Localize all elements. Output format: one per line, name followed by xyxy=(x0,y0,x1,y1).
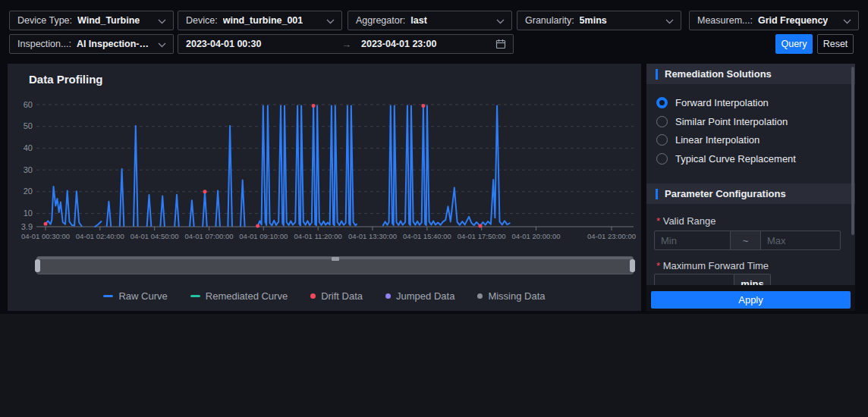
valid-range-max-input[interactable] xyxy=(761,230,841,250)
chevron-down-icon xyxy=(158,19,166,24)
legend-label: Missing Data xyxy=(488,290,545,302)
calendar-icon[interactable] xyxy=(495,39,506,49)
svg-text:04-01 15:40:00: 04-01 15:40:00 xyxy=(403,232,451,240)
legend-marker-icon xyxy=(310,293,316,299)
valid-range-inputs: ~ xyxy=(654,230,841,250)
remediation-solutions-group: Forward InterpolationSimilar Point Inter… xyxy=(656,97,796,171)
svg-text:04-01 04:50:00: 04-01 04:50:00 xyxy=(131,232,179,240)
svg-text:20: 20 xyxy=(24,187,33,196)
measurement-label: Measurem...: xyxy=(697,15,753,26)
svg-text:3.9: 3.9 xyxy=(21,222,33,231)
inspection-label: Inspection...: xyxy=(17,39,71,49)
config-panel-footer: Apply xyxy=(646,285,855,311)
datazoom-left-handle[interactable] xyxy=(35,259,40,272)
legend-marker-icon xyxy=(477,293,483,299)
granularity-value: 5mins xyxy=(580,15,607,26)
inspection-select[interactable]: Inspection...: AI Inspection-Cooli... xyxy=(9,34,174,54)
svg-text:60: 60 xyxy=(24,100,33,109)
remediation-solutions-title: Remediation Solutions xyxy=(665,68,772,80)
parameter-configurations-title: Parameter Configurations xyxy=(665,188,786,199)
radio-option-forward-interpolation[interactable]: Forward Interpolation xyxy=(656,97,796,108)
radio-option-label: Forward Interpolation xyxy=(675,97,769,108)
svg-text:40: 40 xyxy=(24,143,33,152)
panel-scrollbar[interactable] xyxy=(851,67,854,235)
reset-button[interactable]: Reset xyxy=(817,34,854,54)
measurement-select[interactable]: Measurem...: Grid Frequency xyxy=(689,11,859,30)
section-accent-bar xyxy=(656,69,658,80)
svg-text:04-01 17:50:00: 04-01 17:50:00 xyxy=(458,232,506,240)
valid-range-min-input[interactable] xyxy=(654,230,731,250)
device-value: wind_turbine_001 xyxy=(223,15,303,26)
granularity-label: Granularity: xyxy=(525,15,574,26)
date-range-start[interactable]: 2023-04-01 00:30 xyxy=(186,39,341,49)
valid-range-separator: ~ xyxy=(731,230,761,250)
aggregator-label: Aggregator: xyxy=(356,15,405,26)
svg-text:30: 30 xyxy=(24,165,33,174)
radio-option-similar-point-interpolation[interactable]: Similar Point Interpolation xyxy=(656,116,796,127)
legend-item-missing-data[interactable]: Missing Data xyxy=(477,290,545,302)
datazoom-right-handle[interactable] xyxy=(630,259,635,272)
valid-range-label: Valid Range xyxy=(656,215,716,227)
legend-label: Remediated Curve xyxy=(206,290,288,302)
device-label: Device: xyxy=(186,15,218,26)
legend-marker-icon xyxy=(103,295,113,297)
legend-label: Raw Curve xyxy=(118,290,167,302)
radio-unselected-icon[interactable] xyxy=(656,116,668,127)
chart-legend: Raw CurveRemediated CurveDrift DataJumpe… xyxy=(8,290,641,302)
radio-option-label: Linear Interpolation xyxy=(675,134,760,146)
datazoom-grip-icon[interactable] xyxy=(332,257,339,261)
top-dark-region: Device Type: Wind_Turbine Device: wind_t… xyxy=(0,0,868,314)
date-range-arrow-icon: → xyxy=(341,39,361,50)
data-profiling-panel: Data Profiling 6050403020103.904-01 00:3… xyxy=(8,64,641,311)
chevron-down-icon xyxy=(496,19,505,24)
radio-option-linear-interpolation[interactable]: Linear Interpolation xyxy=(656,134,796,146)
max-forward-time-label: Maximum Forward Time xyxy=(656,260,769,271)
device-type-value: Wind_Turbine xyxy=(77,15,140,26)
aggregator-value: last xyxy=(410,15,427,26)
legend-label: Jumped Data xyxy=(396,290,454,302)
svg-text:04-01 07:00:00: 04-01 07:00:00 xyxy=(185,232,234,240)
legend-item-jumped-data[interactable]: Jumped Data xyxy=(385,290,454,302)
svg-text:50: 50 xyxy=(24,121,33,130)
radio-selected-icon[interactable] xyxy=(656,97,668,108)
app-root: Device Type: Wind_Turbine Device: wind_t… xyxy=(0,0,868,417)
aggregator-select[interactable]: Aggregator: last xyxy=(348,11,512,30)
remediation-solutions-header: Remediation Solutions xyxy=(646,64,855,84)
svg-text:04-01 20:00:00: 04-01 20:00:00 xyxy=(512,232,561,240)
legend-item-remediated-curve[interactable]: Remediated Curve xyxy=(190,290,288,302)
date-range-picker[interactable]: 2023-04-01 00:30 → 2023-04-01 23:00 xyxy=(178,34,514,54)
device-type-label: Device Type: xyxy=(17,15,72,26)
svg-text:04-01 23:00:00: 04-01 23:00:00 xyxy=(587,232,636,240)
radio-option-label: Typical Curve Replacement xyxy=(675,153,796,165)
legend-label: Drift Data xyxy=(321,290,363,302)
inspection-value: AI Inspection-Cooli... xyxy=(77,39,153,49)
legend-item-raw-curve[interactable]: Raw Curve xyxy=(103,290,167,302)
parameter-configurations-header: Parameter Configurations xyxy=(646,183,855,204)
legend-item-drift-data[interactable]: Drift Data xyxy=(310,290,363,302)
radio-option-typical-curve-replacement[interactable]: Typical Curve Replacement xyxy=(656,153,796,165)
svg-text:10: 10 xyxy=(24,208,33,218)
chevron-down-icon xyxy=(326,19,335,24)
chart-datazoom-slider[interactable] xyxy=(36,256,634,274)
legend-marker-icon xyxy=(385,293,391,299)
section-accent-bar xyxy=(656,189,658,199)
date-range-end[interactable]: 2023-04-01 23:00 xyxy=(361,39,495,49)
chevron-down-icon xyxy=(843,19,851,24)
line-chart: 6050403020103.904-01 00:30:0004-01 02:40… xyxy=(8,85,641,248)
svg-text:04-01 13:30:00: 04-01 13:30:00 xyxy=(348,232,397,240)
measurement-value: Grid Frequency xyxy=(758,15,828,26)
query-button[interactable]: Query xyxy=(775,34,813,54)
device-type-select[interactable]: Device Type: Wind_Turbine xyxy=(9,11,174,30)
chart-title: Data Profiling xyxy=(29,73,103,86)
remediation-config-panel: Remediation Solutions Forward Interpolat… xyxy=(646,64,855,311)
apply-button[interactable]: Apply xyxy=(651,291,851,309)
radio-unselected-icon[interactable] xyxy=(656,134,668,146)
device-select[interactable]: Device: wind_turbine_001 xyxy=(178,11,342,30)
granularity-select[interactable]: Granularity: 5mins xyxy=(517,11,681,30)
svg-text:04-01 00:30:00: 04-01 00:30:00 xyxy=(21,232,70,240)
svg-text:04-01 02:40:00: 04-01 02:40:00 xyxy=(76,232,124,240)
svg-text:04-01 09:10:00: 04-01 09:10:00 xyxy=(239,232,288,240)
radio-unselected-icon[interactable] xyxy=(656,153,668,165)
chevron-down-icon xyxy=(158,42,166,48)
svg-text:04-01 11:20:00: 04-01 11:20:00 xyxy=(294,232,342,240)
